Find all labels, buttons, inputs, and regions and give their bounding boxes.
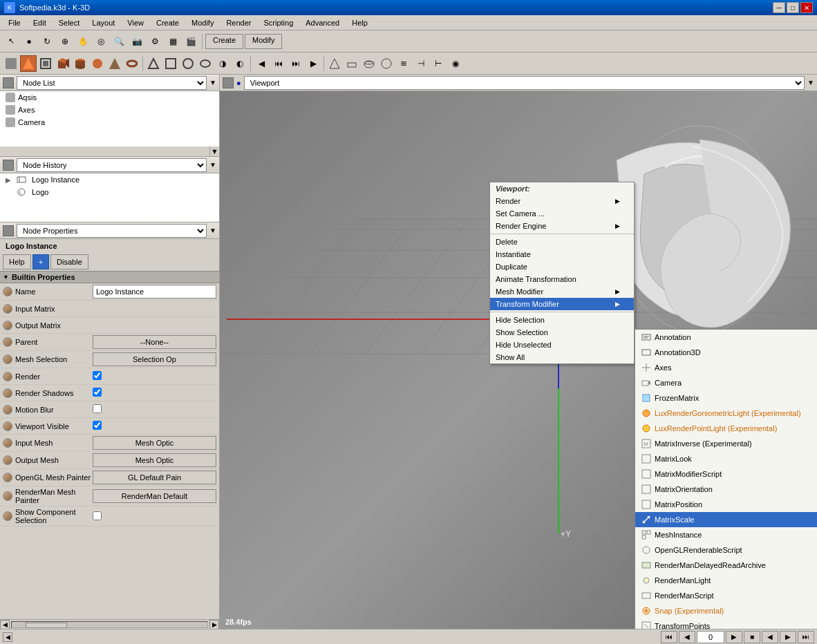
tool2-t1[interactable] xyxy=(145,55,162,72)
ctx-render[interactable]: Render ▶ xyxy=(490,195,634,207)
submenu-axes[interactable]: Axes xyxy=(635,360,817,375)
menu-help[interactable]: Help xyxy=(346,17,373,28)
tool2-t6[interactable]: ◐ xyxy=(232,55,248,72)
tool2-icon[interactable] xyxy=(3,55,19,72)
submenu-luxpoint[interactable]: LuxRenderPointLight (Experimental) xyxy=(635,421,817,436)
transform-modifier-submenu[interactable]: Annotation Annotation3D Axes Camera xyxy=(635,329,817,629)
ctx-hide-selection[interactable]: Hide Selection xyxy=(490,314,634,326)
hscroll-track[interactable] xyxy=(11,621,208,628)
nav-prev[interactable]: ◀ xyxy=(679,631,695,643)
tool2-sphere[interactable] xyxy=(89,55,106,72)
tool2-cylinder[interactable] xyxy=(72,55,88,72)
minimize-button[interactable]: ─ xyxy=(773,2,785,13)
vscroll-up[interactable]: ◀ xyxy=(3,632,12,642)
prop-name-input[interactable] xyxy=(93,285,216,299)
prop-vpvisible-check[interactable] xyxy=(93,421,102,430)
ctx-render-engine[interactable]: Render Engine ▶ xyxy=(490,220,634,232)
prop-inputmesh-button[interactable]: Mesh Optic xyxy=(93,436,216,450)
menu-advanced[interactable]: Advanced xyxy=(300,17,345,28)
node-list-dropdown[interactable]: Node List xyxy=(17,76,207,90)
hscroll-right[interactable]: ▶ xyxy=(209,620,219,629)
context-menu[interactable]: Viewport: Render ▶ Set Camera ... Render… xyxy=(489,182,635,364)
submenu-matrixposition[interactable]: MatrixPosition xyxy=(635,497,817,512)
hscroll-thumb[interactable] xyxy=(26,623,67,628)
viewport-dropdown[interactable]: Viewport xyxy=(244,76,805,90)
submenu-snap[interactable]: Snap (Experimental) xyxy=(635,603,817,618)
help-button[interactable]: Help xyxy=(3,254,31,269)
submenu-annotation[interactable]: Annotation xyxy=(635,330,817,345)
submenu-matrixorientation[interactable]: MatrixOrientation xyxy=(635,482,817,497)
tool-5[interactable]: ⚙ xyxy=(147,33,163,50)
list-item[interactable]: Aqsis xyxy=(0,91,219,104)
submenu-rendermanscript[interactable]: RenderManScript xyxy=(635,588,817,603)
ctx-set-camera[interactable]: Set Camera ... xyxy=(490,207,634,220)
ctx-transform-modifier[interactable]: Transform Modifier ▶ xyxy=(490,298,634,310)
tool-camera[interactable]: 📷 xyxy=(129,33,145,50)
tool-6[interactable]: ▦ xyxy=(165,33,181,50)
nav-play[interactable]: ▶ xyxy=(780,631,796,643)
tool2-move[interactable] xyxy=(20,55,37,72)
tool2-b6[interactable]: ⊣ xyxy=(413,55,429,72)
props-arrow[interactable]: ▼ xyxy=(209,227,216,234)
tool-zoom[interactable]: 🔍 xyxy=(111,33,127,50)
prop-render-check[interactable] xyxy=(93,371,102,380)
submenu-openglrenderable[interactable]: OpenGLRenderableScript xyxy=(635,542,817,558)
prop-meshsel-button[interactable]: Selection Op xyxy=(93,352,216,366)
node-list-scrollbar[interactable]: ▼ xyxy=(0,146,219,156)
list-item[interactable]: Camera xyxy=(0,116,219,129)
ctx-hide-unselected[interactable]: Hide Unselected xyxy=(490,339,634,351)
prop-showcomp-check[interactable] xyxy=(93,511,102,520)
tool2-t3[interactable] xyxy=(180,55,196,72)
menu-view[interactable]: View xyxy=(122,17,149,28)
tool2-b5[interactable]: ≋ xyxy=(395,55,412,72)
prop-parent-button[interactable]: --None-- xyxy=(93,335,216,349)
tool2-b7[interactable]: ⊢ xyxy=(430,55,447,72)
submenu-rendermandelayed[interactable]: RenderManDelayedReadArchive xyxy=(635,558,817,573)
tool-select[interactable]: ↖ xyxy=(3,33,19,50)
tool2-b3[interactable] xyxy=(361,55,377,72)
node-history-dropdown[interactable]: Node History xyxy=(17,158,207,172)
left-panel-hscroll[interactable]: ◀ ▶ xyxy=(0,619,219,629)
nav-last[interactable]: ⏭ xyxy=(798,631,814,643)
ctx-instantiate[interactable]: Instantiate xyxy=(490,248,634,261)
tab-modify[interactable]: Modify xyxy=(245,34,282,49)
tool2-b1[interactable] xyxy=(326,55,343,72)
ctx-mesh-modifier[interactable]: Mesh Modifier ▶ xyxy=(490,285,634,298)
hscroll-left[interactable]: ◀ xyxy=(0,620,10,629)
submenu-camera[interactable]: Camera xyxy=(635,375,817,390)
nav-value-input[interactable] xyxy=(697,631,724,643)
node-properties-dropdown[interactable]: Node Properties xyxy=(17,224,207,238)
tool-orbit[interactable]: ◎ xyxy=(93,33,109,50)
menu-create[interactable]: Create xyxy=(151,17,185,28)
disable-button[interactable]: Disable xyxy=(50,254,88,269)
tool2-cube[interactable] xyxy=(55,55,71,72)
ctx-delete[interactable]: Delete xyxy=(490,236,634,248)
ctx-animate-transform[interactable]: Animate Transformation xyxy=(490,273,634,285)
submenu-meshinstance[interactable]: MeshInstance xyxy=(635,527,817,542)
history-arrow[interactable]: ▼ xyxy=(209,161,216,169)
submenu-matrixlook[interactable]: MatrixLook xyxy=(635,451,817,466)
window-controls[interactable]: ─ □ ✕ xyxy=(773,2,813,13)
submenu-annotation3d[interactable]: Annotation3D xyxy=(635,345,817,360)
tool-pan[interactable]: ✋ xyxy=(75,33,91,50)
tool2-anim1[interactable]: ◀ xyxy=(253,55,270,72)
submenu-transformpoints[interactable]: TransformPoints xyxy=(635,618,817,629)
submenu-rendermanlight[interactable]: RenderManLight xyxy=(635,573,817,588)
tool2-b4[interactable] xyxy=(378,55,395,72)
tool2-anim3[interactable]: ⏭ xyxy=(288,55,304,72)
maximize-button[interactable]: □ xyxy=(787,2,799,13)
submenu-frozenmatrix[interactable]: FrozenMatrix xyxy=(635,390,817,406)
tool2-torus[interactable] xyxy=(124,55,140,72)
viewport-arrow[interactable]: ▼ xyxy=(807,79,814,86)
tool-scale[interactable]: ⊕ xyxy=(57,33,73,50)
nav-stop[interactable]: ■ xyxy=(744,631,760,643)
menu-scripting[interactable]: Scripting xyxy=(258,17,299,28)
tool2-anim2[interactable]: ⏮ xyxy=(270,55,287,72)
prop-rendermanpainter-button[interactable]: RenderMan Default xyxy=(93,489,216,503)
node-list-arrow[interactable]: ▼ xyxy=(209,79,216,86)
menu-layout[interactable]: Layout xyxy=(86,17,120,28)
submenu-matrixmodscript[interactable]: MatrixModifierScript xyxy=(635,466,817,482)
tool2-t5[interactable]: ◑ xyxy=(214,55,231,72)
tab-create[interactable]: Create xyxy=(205,34,243,49)
tool2-b8[interactable]: ◉ xyxy=(447,55,464,72)
